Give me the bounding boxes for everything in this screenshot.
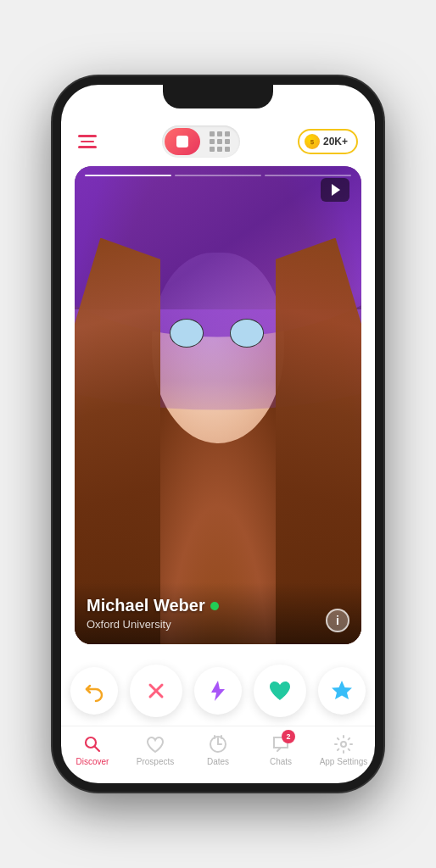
nav-item-app-settings[interactable]: App Settings [318,733,369,766]
dates-icon [207,733,229,755]
nav-label-chats: Chats [270,757,292,766]
eye-left [170,319,204,348]
nav-item-prospects[interactable]: Prospects [130,733,181,766]
toggle-single-view[interactable] [165,128,200,155]
phone-wrapper: $ 20K+ [0,0,436,868]
notch [163,85,273,108]
stop-icon [176,136,188,147]
filter-line-1 [78,135,97,137]
chats-badge: 2 [282,730,295,743]
undo-icon [82,679,106,703]
online-indicator [210,602,219,610]
app-settings-icon [333,733,355,755]
prospects-icon [144,733,166,755]
profile-info: Michael Weber Oxford University i [75,582,361,644]
bottom-nav: Discover Prospects [61,726,375,783]
boost-button[interactable] [194,667,242,715]
indicator-3 [265,175,351,176]
superlike-button[interactable] [318,667,366,715]
chats-icon: 2 [270,733,292,755]
phone-frame: $ 20K+ [53,76,383,792]
svg-line-5 [95,747,100,752]
profile-info-button[interactable]: i [326,609,349,632]
indicator-2 [175,175,261,176]
svg-marker-2 [211,681,225,701]
grid-icon [210,131,230,152]
like-button[interactable] [254,665,306,717]
svg-marker-3 [332,681,352,699]
filter-button[interactable] [78,128,105,155]
view-toggle[interactable] [162,125,240,158]
header: $ 20K+ [61,122,375,166]
profile-card[interactable]: Michael Weber Oxford University i [75,166,361,644]
toggle-grid-view[interactable] [202,128,238,155]
like-icon [267,679,293,703]
video-play-icon [332,184,340,196]
nav-item-chats[interactable]: 2 Chats [255,733,306,766]
boost-icon [207,679,229,703]
phone-screen: $ 20K+ [61,85,375,783]
photo-indicators [85,175,351,176]
discover-icon [81,733,103,755]
video-button[interactable] [321,178,349,202]
nav-label-dates: Dates [207,757,229,766]
coin-icon: $ [305,134,320,149]
action-buttons [61,651,375,726]
nav-item-discover[interactable]: Discover [67,733,118,766]
coins-badge[interactable]: $ 20K+ [298,129,358,154]
nav-label-discover: Discover [76,757,109,766]
nav-label-app-settings: App Settings [320,757,368,766]
filter-line-2 [81,141,94,143]
nav-item-dates[interactable]: Dates [193,733,243,766]
coins-amount: 20K+ [323,136,348,147]
card-area: Michael Weber Oxford University i [61,166,375,651]
dislike-button[interactable] [130,665,182,717]
filter-line-3 [78,146,97,148]
indicator-1 [85,175,171,176]
undo-button[interactable] [70,667,118,715]
profile-school: Oxford University [87,618,349,631]
dislike-icon [143,678,169,704]
superlike-icon [330,679,354,703]
profile-name-row: Michael Weber [87,596,349,615]
nav-label-prospects: Prospects [137,757,174,766]
profile-name: Michael Weber [87,596,205,615]
eye-right [230,319,265,348]
svg-point-11 [341,742,346,747]
